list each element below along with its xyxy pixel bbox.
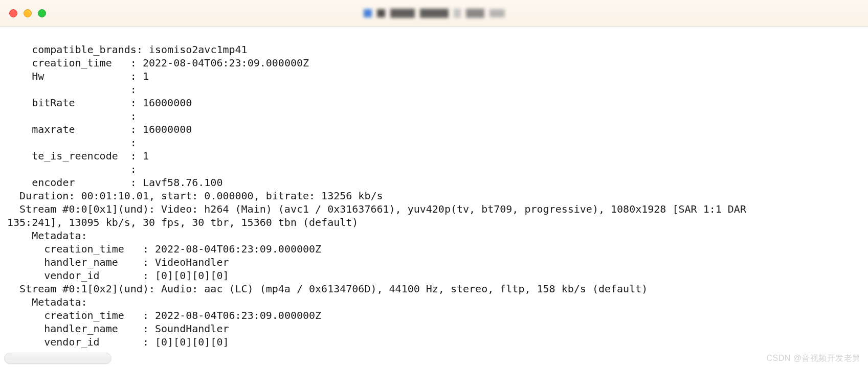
- stream0-vendor-id: vendor_id : [0][0][0][0]: [7, 269, 229, 282]
- stream1-metadata-header: Metadata:: [7, 296, 87, 308]
- traffic-lights: [9, 9, 46, 17]
- zoom-icon[interactable]: [38, 9, 46, 17]
- meta-hw: Hw : 1: [7, 70, 149, 82]
- stream1-creation-time: creation_time : 2022-08-04T06:23:09.0000…: [7, 309, 321, 321]
- meta-blank3: :: [7, 136, 137, 149]
- meta-maxrate: maxrate : 16000000: [7, 123, 192, 135]
- meta-blank2: :: [7, 110, 137, 122]
- stream0-handler-name: handler_name : VideoHandler: [7, 256, 229, 268]
- meta-bitrate: bitRate : 16000000: [7, 97, 192, 109]
- terminal-output[interactable]: compatible_brands: isomiso2avc1mp41 crea…: [0, 27, 868, 362]
- horizontal-scrollbar-thumb[interactable]: [4, 353, 112, 364]
- window-title-blurred: [364, 9, 505, 18]
- stream1-vendor-id: vendor_id : [0][0][0][0]: [7, 336, 229, 348]
- stream0-metadata-header: Metadata:: [7, 229, 87, 242]
- stream0-line2: 135:241], 13095 kb/s, 30 fps, 30 tbr, 15…: [7, 216, 358, 228]
- stream0-line1: Stream #0:0[0x1](und): Video: h264 (Main…: [7, 203, 752, 215]
- meta-blank1: :: [7, 83, 137, 96]
- meta-blank4: :: [7, 163, 137, 175]
- titlebar: [0, 0, 868, 27]
- duration-line: Duration: 00:01:10.01, start: 0.000000, …: [7, 190, 383, 202]
- meta-te-is-reencode: te_is_reencode : 1: [7, 150, 149, 162]
- stream1-line: Stream #0:1[0x2](und): Audio: aac (LC) (…: [7, 283, 648, 295]
- meta-creation-time: creation_time : 2022-08-04T06:23:09.0000…: [7, 57, 309, 69]
- meta-encoder: encoder : Lavf58.76.100: [7, 176, 222, 189]
- close-icon[interactable]: [9, 9, 17, 17]
- stream0-creation-time: creation_time : 2022-08-04T06:23:09.0000…: [7, 243, 321, 255]
- meta-compatible-brands: compatible_brands: isomiso2avc1mp41: [7, 43, 248, 56]
- stream1-handler-name: handler_name : SoundHandler: [7, 323, 229, 335]
- terminal-window: compatible_brands: isomiso2avc1mp41 crea…: [0, 0, 868, 368]
- csdn-watermark: CSDN @音视频开发老舅: [766, 352, 861, 365]
- minimize-icon[interactable]: [24, 9, 32, 17]
